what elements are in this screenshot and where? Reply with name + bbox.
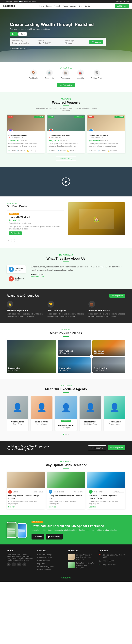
linkedin-icon[interactable]: li: [22, 562, 26, 566]
agent-role: Lead Agent: [55, 427, 77, 429]
category-item[interactable]: 🏭 Industrial: [77, 70, 84, 79]
testimonials-divider: [63, 262, 69, 262]
hero-search-bar: Search Property Location Property Type 🔍…: [10, 38, 106, 46]
agent-card: 👤 Robert Davis Real Estate Expert: [80, 396, 101, 431]
location-label: Location: [38, 40, 62, 42]
search-property-label: Search Property: [12, 40, 36, 42]
add-listing-button[interactable]: Add Listing: [115, 4, 129, 8]
hero-tab-buy[interactable]: Buy: [10, 32, 18, 36]
agent-image: 👤: [6, 396, 28, 419]
video-section: ▶: [0, 167, 132, 196]
all-properties-button[interactable]: All Properties: [110, 294, 126, 298]
instagram-icon[interactable]: in: [17, 562, 21, 566]
place-card[interactable]: New York City 35 Properties: [92, 357, 126, 373]
testimonial-nav-item[interactable]: A Anderson Buyer: [6, 275, 26, 283]
agent-dot-2[interactable]: [65, 434, 67, 435]
featured-tag: FEATURED: [6, 98, 126, 100]
featured-divider: [63, 106, 69, 106]
search-button[interactable]: 🔍 Search: [90, 40, 103, 44]
category-icon: 🏢: [46, 70, 53, 76]
agents-divider: [63, 392, 69, 392]
all-categories-button[interactable]: All Categories: [57, 83, 75, 87]
blog-section: OUR BLOGS Stay Update With Realshed J Ja…: [0, 455, 132, 516]
nav-link[interactable]: Home: [39, 5, 44, 7]
property-type-input[interactable]: [65, 42, 88, 44]
twitter-icon[interactable]: t: [12, 562, 16, 566]
find-properties-button[interactable]: Find Properties: [88, 446, 106, 450]
blog-read-more-link[interactable]: See More: [89, 506, 124, 508]
place-card[interactable]: Las Vegas 22 Properties: [92, 340, 126, 356]
post-properties-button[interactable]: Post Properties: [108, 446, 126, 450]
best-deals-inner: BEST DEALS Our Best Deals FOR SALE Luxur…: [6, 202, 126, 242]
blog-card: J James June 6, 2021 Including Animation…: [6, 472, 45, 510]
place-image: Los Angeles 29 Properties: [6, 340, 56, 373]
blog-read-more-link[interactable]: See More: [8, 506, 43, 508]
category-label: Industrial: [77, 77, 84, 79]
app-mockup: [6, 522, 26, 538]
footer-service-link[interactable]: Real Estate Advice: [37, 569, 64, 570]
address-text: 123 Main Street, New York, NY 10001: [102, 554, 126, 558]
footer-service-link[interactable]: Buy & Sell: [37, 563, 64, 564]
search-property-input[interactable]: [12, 42, 36, 44]
nav-link[interactable]: Blog: [79, 5, 82, 7]
nav-link[interactable]: Listing: [46, 5, 52, 7]
agent-dot-1[interactable]: [63, 434, 64, 435]
blog-excerpt: Lorem ipsum dolor sit amet consectetur a…: [49, 500, 84, 505]
property-stats: 🛏2 Beds 🚿1 Baths 📐900 Sqft: [49, 148, 84, 152]
footer-service-link[interactable]: Residential Listings: [37, 554, 64, 556]
app-store-button[interactable]: App Store: [32, 534, 44, 540]
nav-link[interactable]: Contact: [85, 5, 91, 7]
footer-service-link[interactable]: Rental Properties: [37, 560, 64, 562]
nav-link[interactable]: Agency: [70, 5, 76, 7]
play-button[interactable]: ▶: [62, 178, 70, 186]
deal-prev-button[interactable]: ‹: [6, 239, 10, 242]
deal-next-button[interactable]: ›: [11, 239, 15, 242]
place-card[interactable]: San Francisco 15 Properties: [58, 340, 91, 356]
deal-image-visual: 🏡: [68, 202, 126, 236]
place-count: 29 Properties: [8, 370, 20, 371]
property-status-badge: FEATURED: [34, 116, 44, 118]
footer-news-title: Top News: [68, 550, 95, 552]
property-desc: Lorem ipsum dolor sit amet consectetur a…: [89, 143, 124, 147]
property-name: Luxury Villa With Pool: [89, 134, 124, 136]
reason-item: ⭐ Excellent Reputation Lorem ipsum dolor…: [6, 301, 44, 318]
footer-bottom: Realshed: [6, 574, 126, 579]
footer-news-date: June 6, 2021: [76, 559, 95, 560]
property-avatar: 👤: [8, 129, 13, 131]
category-label: Commercial: [44, 77, 54, 79]
search-property-field: Search Property: [12, 40, 36, 44]
agent-dot-3[interactable]: [68, 434, 69, 435]
hero-tab-rent[interactable]: Rent: [18, 32, 27, 36]
blog-author-avatar: A: [89, 490, 92, 494]
place-image: New York City 35 Properties: [92, 357, 126, 373]
google-play-button[interactable]: ▶ Google Play: [46, 534, 62, 540]
footer-contacts-title: Contacts: [99, 550, 126, 552]
category-item[interactable]: 🏬 Appartment: [61, 70, 70, 79]
featured-subtitle: Lorem ipsum dolor sit amet consectetur a…: [33, 107, 99, 111]
category-item[interactable]: 🏗 Building Estate: [91, 70, 103, 79]
category-item[interactable]: 🏠 Residential: [29, 70, 38, 79]
place-card[interactable]: Los Angeles 29 Properties: [6, 340, 56, 373]
category-icon: 🏭: [77, 70, 84, 76]
topbar-auth[interactable]: Register | Sign In: [116, 0, 129, 2]
nav-link[interactable]: Pages: [63, 5, 68, 7]
footer-service-link[interactable]: Commercial Spaces: [37, 557, 64, 559]
category-item[interactable]: 🏢 Commercial: [44, 70, 54, 79]
blog-read-more-link[interactable]: See More: [49, 506, 84, 508]
view-all-listing-link[interactable]: View All Listing: [56, 156, 76, 161]
location-input[interactable]: [38, 42, 62, 44]
facebook-icon[interactable]: f: [6, 562, 10, 566]
nav-link[interactable]: Property: [54, 5, 61, 7]
place-card[interactable]: Los Angeles 18 Properties: [58, 357, 91, 373]
hero-section: Create Lasting Wealth Through Realshed F…: [0, 9, 132, 62]
play-icon: ▶: [65, 180, 68, 184]
footer-email: ✉ info@realshed.com: [99, 564, 126, 566]
reason-item: 🤝 Best Local Agents Lorem ipsum dolor si…: [48, 301, 84, 318]
testimonial-nav-item[interactable]: J Jonathan Customer: [6, 265, 26, 273]
footer-service-link[interactable]: Property Management: [37, 566, 64, 568]
advanced-search-link[interactable]: ⚙ Advanced Search ▼: [10, 48, 122, 49]
featured-header: FEATURED Featured Property Lorem ipsum d…: [6, 98, 126, 111]
see-details-button[interactable]: See Details: [9, 232, 22, 235]
place-count: 35 Properties: [94, 370, 107, 371]
place-count: 15 Properties: [60, 352, 73, 354]
